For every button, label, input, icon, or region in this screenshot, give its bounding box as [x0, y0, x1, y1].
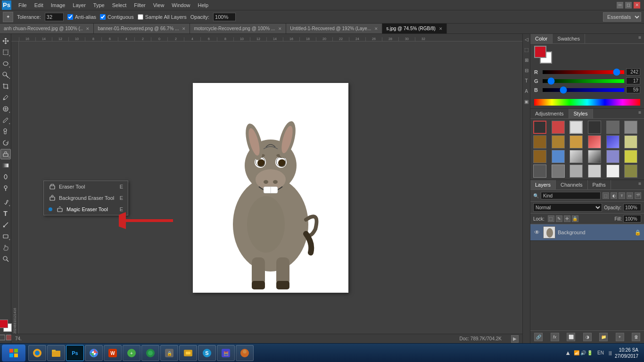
folder-icon[interactable]: 📁 — [599, 333, 608, 341]
lock-transparent-icon[interactable]: ⬚ — [548, 215, 554, 222]
layer-visibility-icon[interactable]: 👁 — [533, 229, 541, 236]
collapse-icon[interactable]: ◁ — [523, 36, 530, 42]
hand-tool[interactable] — [0, 242, 11, 253]
style-item-11[interactable] — [624, 135, 637, 148]
healing-tool[interactable]: ▾ — [0, 104, 11, 114]
style-item-21[interactable] — [588, 165, 601, 178]
bg-eraser-menu-item[interactable]: Background Eraser Tool E — [44, 192, 128, 204]
firefox-taskbar-btn[interactable] — [28, 345, 46, 362]
r-slider[interactable] — [543, 70, 624, 74]
blend-mode-select[interactable]: Normal — [533, 203, 602, 212]
app7-taskbar-btn[interactable] — [141, 345, 159, 362]
panel-icon-1[interactable]: ⬚ — [523, 46, 530, 53]
marquee-tool[interactable]: ▾ — [0, 47, 11, 58]
style-item-16[interactable] — [606, 150, 619, 163]
mask-icon[interactable]: ⬜ — [567, 333, 575, 341]
menu-help[interactable]: Help — [194, 1, 212, 9]
pen-tool[interactable]: ▾ — [0, 197, 11, 207]
style-item-14[interactable] — [570, 150, 583, 163]
layer-kind-input[interactable] — [541, 192, 601, 199]
crop-tool[interactable] — [0, 81, 11, 91]
r-value[interactable]: 242 — [626, 68, 640, 75]
menu-image[interactable]: Image — [48, 1, 69, 9]
app9-taskbar-btn[interactable] — [179, 345, 197, 362]
restore-btn[interactable]: □ — [625, 2, 632, 8]
sample-all-checkbox[interactable] — [138, 14, 143, 20]
magic-eraser-menu-item[interactable]: Magic Eraser Tool E — [44, 204, 128, 215]
fg-bg-preview[interactable] — [534, 46, 552, 64]
style-item-15[interactable] — [588, 150, 601, 163]
explorer-taskbar-btn[interactable] — [47, 345, 65, 362]
workspace-select[interactable]: Essentials — [603, 12, 641, 22]
quick-select-tool[interactable]: ▾ — [0, 70, 11, 80]
g-value[interactable]: 17 — [626, 77, 640, 84]
filter-adjust-icon[interactable]: ◐ — [611, 192, 617, 199]
dodge-tool[interactable] — [0, 183, 11, 193]
menu-window[interactable]: Window — [168, 1, 193, 9]
tray-icon-1[interactable]: ▲ — [565, 349, 571, 356]
eyedropper-tool[interactable] — [0, 92, 11, 103]
battery-icon[interactable]: 🔋 — [587, 350, 593, 355]
style-item-6[interactable] — [533, 135, 546, 148]
text-tool[interactable]: T — [0, 208, 11, 219]
foreground-color[interactable] — [0, 320, 8, 328]
style-item-19[interactable] — [552, 165, 565, 178]
quick-mask-mode[interactable] — [6, 335, 12, 340]
menu-file[interactable]: File — [15, 1, 30, 9]
fill-value[interactable] — [623, 215, 641, 222]
adjustments-tab[interactable]: Adjustments — [530, 109, 569, 118]
tab-3-close[interactable]: ✕ — [374, 26, 378, 31]
style-item-9[interactable] — [588, 135, 601, 148]
style-item-8[interactable] — [570, 135, 583, 148]
start-button[interactable] — [2, 345, 25, 362]
fg-color-preview[interactable] — [534, 46, 546, 58]
app12-taskbar-btn[interactable] — [236, 345, 254, 362]
eraser-tool-menu-item[interactable]: Eraser Tool E — [44, 181, 128, 192]
color-tab[interactable]: Color — [530, 34, 553, 43]
app5-taskbar-btn[interactable]: W — [104, 345, 122, 362]
swatches-tab[interactable]: Swatches — [553, 34, 585, 43]
layer-background-item[interactable]: 👁 Background 🔒 — [530, 224, 644, 241]
style-item-23[interactable] — [624, 165, 637, 178]
filter-smart-icon[interactable]: 🎬 — [635, 192, 641, 199]
zoom-tool[interactable] — [0, 254, 11, 264]
new-layer-icon[interactable]: + — [616, 333, 624, 341]
panel-icon-3[interactable]: ⊟ — [523, 67, 530, 74]
panel-icon-4[interactable]: T — [523, 77, 530, 84]
channels-tab[interactable]: Channels — [556, 180, 587, 189]
gradient-tool[interactable] — [0, 160, 11, 171]
tolerance-input[interactable] — [45, 13, 64, 21]
b-slider[interactable] — [543, 88, 624, 92]
color-panel-menu[interactable]: ≡ — [636, 34, 644, 43]
tab-2[interactable]: motorcycle-Recovered.png @ 100% ... ✕ — [190, 24, 286, 34]
menu-filter[interactable]: Filter — [131, 1, 149, 9]
chrome-taskbar-btn[interactable] — [85, 345, 103, 362]
style-item-12[interactable] — [533, 150, 546, 163]
app10-taskbar-btn[interactable]: S — [198, 345, 216, 362]
lock-position-icon[interactable]: ✛ — [564, 215, 570, 222]
style-item-4[interactable] — [606, 121, 619, 134]
style-item-22[interactable] — [606, 165, 619, 178]
tab-0-close[interactable]: ✕ — [86, 26, 90, 31]
g-slider[interactable] — [543, 79, 624, 83]
link-icon[interactable]: 🔗 — [534, 333, 543, 341]
tab-1-close[interactable]: ✕ — [182, 26, 186, 31]
style-item-5[interactable] — [624, 121, 637, 134]
adjustment-icon[interactable]: ◑ — [583, 333, 592, 341]
move-tool[interactable] — [0, 36, 11, 46]
eraser-tool[interactable]: ▾ — [0, 149, 11, 159]
lock-image-icon[interactable]: ✎ — [556, 215, 562, 222]
style-item-3[interactable] — [588, 121, 601, 134]
panel-icon-5[interactable]: A — [523, 88, 530, 94]
antialias-checkbox[interactable] — [67, 14, 73, 20]
menu-select[interactable]: Select — [109, 1, 130, 9]
status-arrow[interactable]: ▶ — [511, 335, 519, 343]
panel-icon-2[interactable]: ⊞ — [523, 57, 530, 63]
blur-tool[interactable] — [0, 172, 11, 182]
opacity-value[interactable] — [623, 204, 641, 211]
delete-layer-icon[interactable]: 🗑 — [632, 333, 640, 341]
style-item-2[interactable] — [570, 121, 583, 134]
b-value[interactable]: 59 — [626, 86, 640, 93]
photoshop-taskbar-btn[interactable]: Ps — [66, 345, 84, 362]
style-item-13[interactable] — [552, 150, 565, 163]
